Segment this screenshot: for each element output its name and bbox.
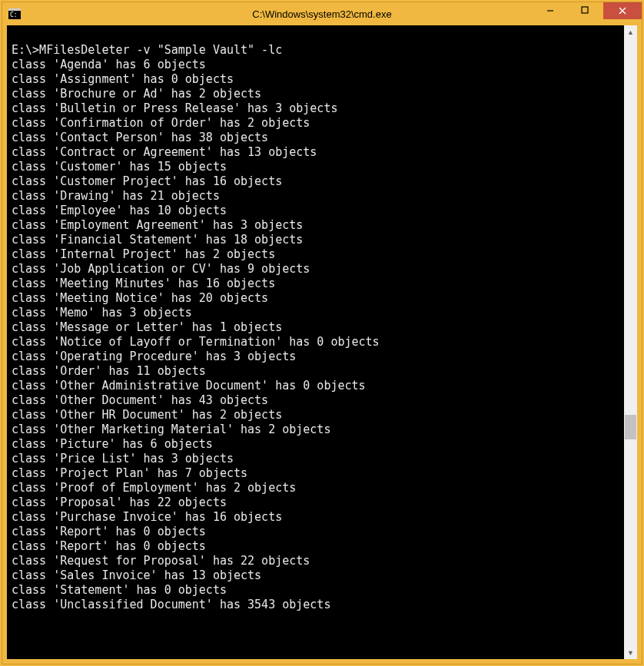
cmd-window: C: C:\Windows\system32\cmd.exe E:\>MFile… (2, 2, 642, 664)
scroll-down-arrow-icon[interactable]: ▼ (624, 646, 637, 659)
cmd-icon: C: (8, 8, 21, 19)
minimize-button[interactable] (533, 2, 568, 19)
window-controls (533, 2, 642, 25)
scroll-track[interactable] (624, 38, 637, 646)
maximize-button[interactable] (568, 2, 603, 19)
svg-rect-1 (8, 8, 21, 11)
close-button[interactable] (603, 2, 642, 19)
console-area: E:\>MFilesDeleter -v "Sample Vault" -lc … (7, 25, 637, 659)
svg-text:C:: C: (10, 12, 18, 18)
scroll-thumb[interactable] (625, 415, 636, 439)
svg-rect-4 (582, 7, 588, 13)
vertical-scrollbar[interactable]: ▲ ▼ (624, 25, 637, 659)
titlebar[interactable]: C: C:\Windows\system32\cmd.exe (2, 2, 642, 25)
scroll-up-arrow-icon[interactable]: ▲ (624, 25, 637, 38)
console-output[interactable]: E:\>MFilesDeleter -v "Sample Vault" -lc … (7, 25, 624, 659)
